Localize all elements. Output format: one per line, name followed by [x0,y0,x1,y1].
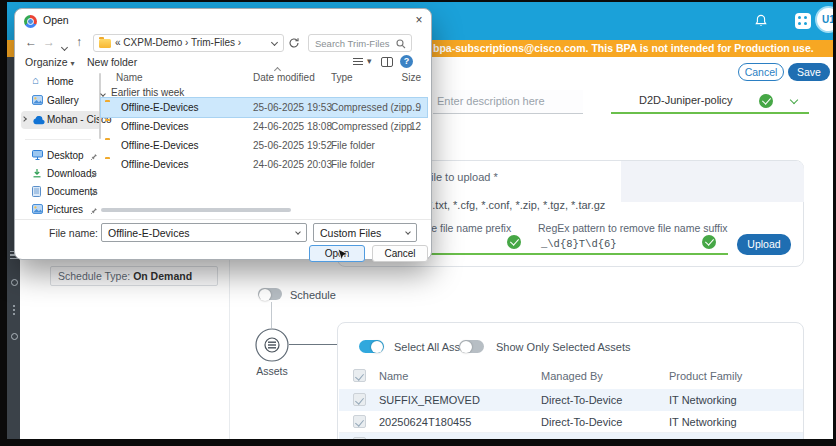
refresh-icon[interactable] [288,37,300,49]
select-all-assets-toggle[interactable] [359,340,384,353]
sidebar-item-pictures[interactable]: Pictures [21,201,101,219]
chrome-icon [24,15,37,28]
chevron-down-icon [405,229,411,235]
breadcrumb-item[interactable]: CXPM-Demo [123,37,182,48]
prefix-regex-label: ve file name prefix [426,222,511,234]
column-product-family[interactable]: Product Family [669,370,742,382]
row-checkbox[interactable] [353,415,366,428]
forward-icon[interactable]: → [43,35,55,49]
back-icon[interactable]: ← [25,35,37,49]
policy-select[interactable]: D2D-Juniper-policy [611,90,809,114]
screen-frame: U1 bpa-subscriptions@cisco.com. This BPA… [0,0,836,446]
help-icon[interactable]: ? [400,55,413,68]
group-header[interactable]: Earlier this week [101,87,184,98]
view-list-icon[interactable] [353,58,363,67]
file-date: 25-06-2025 19:52 [253,140,332,151]
organize-menu[interactable]: Organize ▾ [25,56,75,68]
notifications-bell-icon[interactable] [753,13,769,29]
suffix-regex-input[interactable]: _\d{8}T\d{6} [541,238,617,250]
up-icon[interactable]: ↑ [76,35,82,49]
file-name: Offline-Devices [121,159,189,170]
show-only-selected-label: Show Only Selected Assets [496,341,631,353]
asset-managed-by: Direct-To-Device [541,394,622,406]
horizontal-scrollbar[interactable] [101,208,291,212]
sidebar-item-home[interactable]: ⌂ Home [21,73,101,91]
sidebar-item-gallery[interactable]: Gallery [21,92,101,110]
asset-row[interactable]: PREFIX_REMOVED Direct-To-Device IT Netwo… [339,433,803,439]
file-size: 12 [389,121,421,132]
schedule-type-summary: Schedule Type: On Demand [50,266,218,286]
new-folder-button[interactable]: New folder [87,56,137,68]
show-only-selected-toggle[interactable] [459,340,484,353]
column-header-size[interactable]: Size [395,72,421,83]
app-switcher-icon[interactable] [795,13,811,29]
filetype-value: Custom Files [320,227,381,239]
file-row[interactable]: Offline-E-Devices 25-06-2025 19:52 File … [101,136,427,155]
file-name: Offline-E-Devices [121,102,199,113]
pin-icon[interactable] [90,169,98,181]
dialog-cancel-button[interactable]: Cancel [372,245,428,262]
pin-icon[interactable] [90,205,98,217]
gear-icon[interactable] [10,279,18,286]
column-header-date-modified[interactable]: Date modified [253,72,315,83]
column-header-name[interactable]: Name [116,72,143,83]
valid-check-icon [759,94,773,108]
description-input[interactable]: Enter description here [433,90,583,114]
sidebar-divider [25,139,91,140]
select-all-checkbox[interactable] [353,369,366,382]
filename-input[interactable]: Offline-E-Devices [101,223,307,242]
assets-step-icon [255,328,289,362]
dialog-title: Open [43,14,69,26]
sidebar-item-documents[interactable]: Documents [21,183,101,201]
column-header-type[interactable]: Type [331,72,353,83]
file-type: File folder [331,140,375,151]
file-date: 24-06-2025 18:08 [253,121,332,132]
sidebar-item-downloads[interactable]: Downloads [21,165,101,183]
chevron-down-icon [295,229,301,235]
file-name: Offline-Devices [121,121,189,132]
file-date: 24-06-2025 20:03 [253,159,332,170]
filetype-select[interactable]: Custom Files [313,223,417,242]
file-upload-label: file to upload * [428,171,498,183]
onedrive-cloud-icon [32,115,45,127]
asset-name: 20250624T180455 [379,416,471,428]
save-button[interactable]: Save [788,63,830,81]
file-row[interactable]: Offline-Devices 24-06-2025 20:03 File fo… [101,155,427,174]
preview-pane-icon[interactable] [381,57,393,67]
pin-icon[interactable] [90,187,98,199]
column-name[interactable]: Name [379,370,408,382]
breadcrumb-item[interactable]: Trim-Files [191,37,235,48]
downloads-icon [32,168,42,180]
search-input[interactable]: Search Trim-Files [308,34,412,52]
address-bar[interactable]: « CXPM-Demo › Trim-Files › [93,34,284,52]
row-checkbox[interactable] [353,437,366,439]
address-dropdown-chevron-icon[interactable] [271,39,278,46]
asset-row[interactable]: SUFFIX_REMOVED Direct-To-Device IT Netwo… [339,389,803,411]
more-dots-icon[interactable] [10,305,18,317]
user-avatar[interactable]: U1 [815,6,833,33]
gear-icon[interactable] [10,333,18,340]
recent-locations-chevron-icon[interactable] [62,40,67,52]
sidebar-item-onedrive[interactable]: Mohan - Cisco [21,111,101,129]
close-icon[interactable]: × [411,13,427,29]
chevron-down-icon [790,96,798,104]
sidebar-item-desktop[interactable]: Desktop [21,147,101,165]
row-checkbox[interactable] [353,393,366,406]
cancel-button[interactable]: Cancel [738,63,784,81]
sidebar-item-label: Pictures [47,204,83,215]
file-name: Offline-E-Devices [121,140,199,151]
file-row[interactable]: Offline-Devices 24-06-2025 18:08 Compres… [101,117,427,136]
open-file-dialog: Open × ← → ↑ « CXPM-Demo › Trim-Files › … [14,8,432,260]
assets-table-header: Name Managed By Product Family [339,365,803,387]
file-row-selected[interactable]: Offline-E-Devices 25-06-2025 19:53 Compr… [101,98,427,117]
asset-product-family: IT Networking [669,416,737,428]
view-caret-icon[interactable]: ▾ [367,56,372,66]
column-managed-by[interactable]: Managed By [541,370,603,382]
upload-button[interactable]: Upload [737,234,791,255]
asset-row[interactable]: 20250624T180455 Direct-To-Device IT Netw… [339,411,803,433]
schedule-toggle[interactable] [258,288,282,300]
pin-icon[interactable] [90,151,98,163]
prefix-regex-input[interactable] [426,253,556,255]
expand-chevron-icon[interactable] [21,116,27,122]
workflow-connector [271,302,272,328]
